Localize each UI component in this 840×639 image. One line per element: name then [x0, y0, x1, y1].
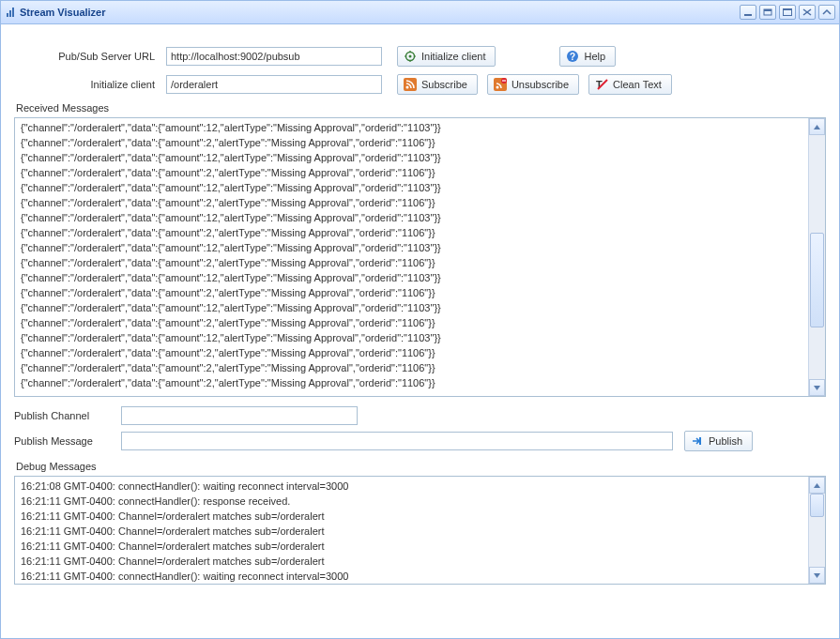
publish-message-input[interactable]	[121, 432, 673, 450]
svg-rect-0	[7, 13, 8, 17]
initialize-client-row: Initialize client Subscribe Unsubscribe …	[14, 74, 826, 95]
unsubscribe-button[interactable]: Unsubscribe	[487, 74, 579, 95]
svg-point-11	[409, 55, 412, 58]
scroll-track[interactable]	[809, 494, 825, 567]
send-arrow-icon	[691, 434, 704, 448]
publish-channel-label: Publish Channel	[14, 410, 121, 421]
svg-rect-19	[502, 80, 506, 81]
svg-rect-2	[12, 8, 14, 17]
received-scrollbar[interactable]	[808, 118, 825, 396]
svg-rect-7	[783, 8, 792, 10]
restore-down-button[interactable]	[759, 5, 776, 20]
svg-point-15	[406, 86, 409, 89]
received-messages-content: {"channel":"/orderalert","data":{"amount…	[21, 120, 807, 394]
svg-text:?: ?	[570, 52, 575, 62]
svg-rect-1	[9, 10, 11, 17]
subscribe-button[interactable]: Subscribe	[397, 74, 478, 95]
help-button[interactable]: ? Help	[559, 46, 616, 67]
svg-marker-25	[814, 483, 820, 488]
scroll-down-button[interactable]	[809, 379, 825, 396]
server-url-input[interactable]	[166, 47, 382, 66]
server-url-row: Pub/Sub Server URL Initialize client ? H…	[14, 46, 826, 67]
debug-messages-label: Debug Messages	[16, 461, 826, 472]
svg-marker-23	[814, 386, 820, 390]
unsubscribe-label: Unsubscribe	[512, 79, 569, 90]
maximize-button[interactable]	[779, 5, 796, 20]
app-icon	[7, 8, 16, 17]
titlebar[interactable]: Stream Visualizer	[1, 1, 839, 24]
publish-label: Publish	[709, 435, 742, 447]
initialize-client-field-label: Initialize client	[14, 79, 166, 90]
svg-marker-22	[814, 125, 820, 129]
gear-refresh-icon	[404, 50, 417, 63]
clean-text-button[interactable]: T Clean Text	[588, 74, 672, 95]
minimize-button[interactable]	[740, 5, 756, 20]
svg-rect-5	[764, 9, 771, 11]
publish-channel-input[interactable]	[121, 406, 358, 425]
scroll-up-button[interactable]	[809, 477, 825, 494]
help-icon: ?	[566, 50, 579, 63]
scroll-track[interactable]	[809, 135, 825, 379]
svg-marker-26	[814, 573, 820, 578]
window-controls	[740, 5, 835, 20]
clean-text-label: Clean Text	[613, 79, 662, 90]
publish-message-row: Publish Message Publish	[14, 431, 826, 451]
subscribe-label: Subscribe	[421, 79, 467, 90]
server-url-label: Pub/Sub Server URL	[14, 51, 166, 62]
eraser-icon: T	[595, 78, 608, 91]
rss-remove-icon	[494, 78, 507, 91]
close-button[interactable]	[799, 5, 816, 20]
initialize-client-label: Initialize client	[421, 51, 485, 62]
window-title: Stream Visualizer	[20, 7, 740, 18]
received-messages-label: Received Messages	[16, 102, 826, 114]
debug-scrollbar[interactable]	[808, 477, 825, 584]
scroll-down-button[interactable]	[809, 567, 825, 584]
channel-input[interactable]	[166, 75, 382, 94]
help-label: Help	[584, 51, 605, 62]
publish-channel-row: Publish Channel	[14, 406, 826, 425]
collapse-button[interactable]	[818, 5, 835, 20]
initialize-client-button[interactable]: Initialize client	[397, 46, 496, 67]
window-frame: Stream Visualizer Pub/Sub Server URL Ini…	[0, 0, 840, 639]
debug-messages-box[interactable]: 16:21:08 GMT-0400: connectHandler(): wai…	[14, 476, 826, 585]
debug-messages-content: 16:21:08 GMT-0400: connectHandler(): wai…	[21, 479, 807, 582]
publish-button[interactable]: Publish	[684, 431, 753, 451]
svg-rect-24	[699, 437, 701, 445]
window-body: Pub/Sub Server URL Initialize client ? H…	[1, 23, 839, 638]
svg-rect-3	[744, 14, 752, 16]
scroll-thumb[interactable]	[810, 494, 824, 517]
svg-point-17	[496, 86, 498, 89]
scroll-thumb[interactable]	[810, 233, 824, 327]
scroll-up-button[interactable]	[809, 118, 825, 135]
publish-message-label: Publish Message	[14, 435, 121, 447]
received-messages-box[interactable]: {"channel":"/orderalert","data":{"amount…	[14, 117, 826, 397]
rss-icon	[404, 78, 417, 91]
